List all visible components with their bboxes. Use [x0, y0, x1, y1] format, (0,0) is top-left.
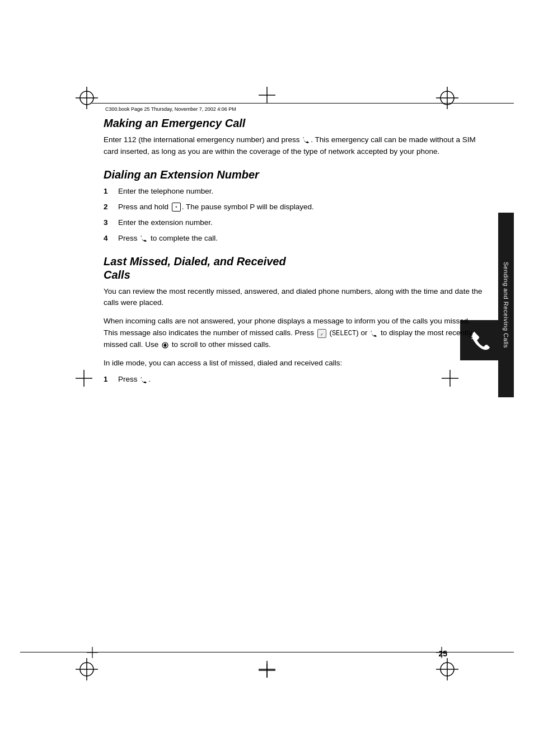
page-container: C300.book Page 25 Thursday, November 7, …: [0, 0, 534, 756]
select-key-icon: ✓: [317, 329, 326, 338]
section-emergency: Making an Emergency Call Enter 112 (the …: [104, 116, 484, 158]
step-4-text: Press to complete the call.: [118, 233, 484, 245]
step-3-number: 3: [104, 217, 118, 229]
section-extension: Dialing an Extension Number 1 Enter the …: [104, 168, 484, 245]
reg-mark-bottom-right: [436, 658, 458, 680]
reg-mark-top-right: [436, 87, 458, 109]
missed-step-1-number: 1: [104, 374, 118, 386]
extension-step-1: 1 Enter the telephone number.: [104, 186, 484, 198]
sidebar-bar: Sending and Receiving Calls: [498, 213, 514, 397]
phone-sym-1: [302, 136, 310, 144]
top-rule-line: [92, 103, 514, 104]
bottom-right-crosshair-inner: [436, 647, 447, 658]
scroll-icon: [161, 341, 169, 349]
bottom-left-crosshair-inner: [87, 647, 98, 658]
svg-marker-25: [163, 343, 167, 348]
phone-sym-4: [140, 234, 148, 242]
content-area: Making an Emergency Call Enter 112 (the …: [104, 116, 484, 396]
extension-step-3: 3 Enter the extension number.: [104, 217, 484, 229]
section-missed-title: Last Missed, Dialed, and Received Calls: [104, 255, 294, 281]
extension-step-4: 4 Press to complete the call.: [104, 233, 484, 245]
sidebar-label: Sending and Receiving Calls: [503, 262, 509, 348]
section-extension-title: Dialing an Extension Number: [104, 168, 484, 181]
section-emergency-body: Enter 112 (the international emergency n…: [104, 134, 484, 158]
reg-mark-top-left: [76, 87, 98, 109]
reg-mark-left-center: [76, 370, 92, 387]
bottom-crosshair-extra: [259, 664, 275, 678]
svg-text:✓: ✓: [320, 332, 324, 336]
phone-sym-final: [140, 376, 148, 384]
reg-mark-top-center: [259, 87, 275, 104]
section-missed: Last Missed, Dialed, and Received Calls …: [104, 255, 484, 386]
step-1-number: 1: [104, 186, 118, 198]
step-2-text: Press and hold * . The pause symbol P wi…: [118, 201, 484, 213]
section-missed-body3: In idle mode, you can access a list of m…: [104, 358, 484, 369]
phone-sym-5: [370, 330, 378, 337]
step-2-number: 2: [104, 201, 118, 213]
reg-mark-bottom-left: [76, 658, 98, 680]
section-emergency-title: Making an Emergency Call: [104, 116, 484, 130]
section-missed-body2: When incoming calls are not answered, yo…: [104, 316, 484, 351]
extension-step-2: 2 Press and hold * . The pause symbol P …: [104, 201, 484, 213]
missed-step-1-text: Press .: [118, 374, 484, 386]
missed-step-1: 1 Press .: [104, 374, 484, 386]
svg-text:*: *: [175, 205, 177, 210]
section-missed-body1: You can review the most recently missed,…: [104, 286, 484, 309]
step-1-text: Enter the telephone number.: [118, 186, 484, 198]
asterisk-key-icon: *: [172, 203, 181, 212]
step-3-text: Enter the extension number.: [118, 217, 484, 229]
header-text: C300.book Page 25 Thursday, November 7, …: [105, 106, 236, 112]
step-4-number: 4: [104, 233, 118, 245]
